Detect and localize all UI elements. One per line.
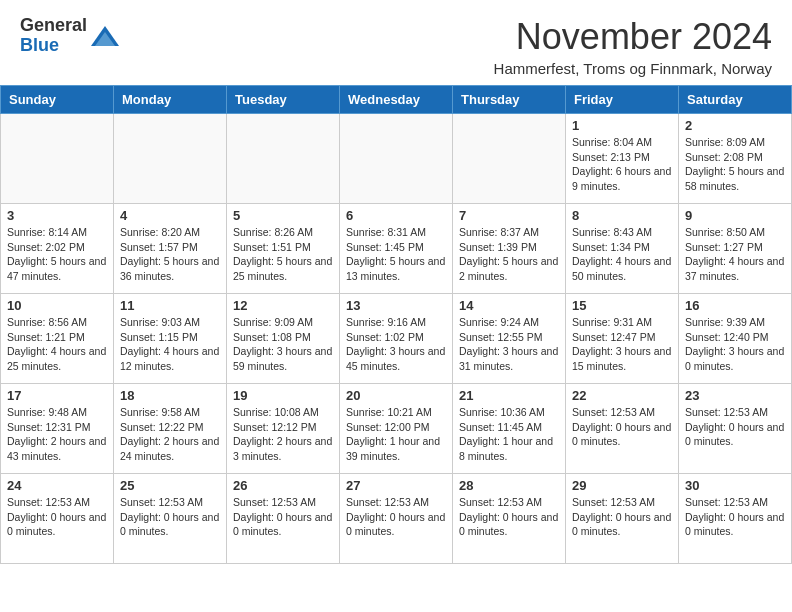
header-row: SundayMondayTuesdayWednesdayThursdayFrid… xyxy=(1,86,792,114)
day-header-sunday: Sunday xyxy=(1,86,114,114)
location: Hammerfest, Troms og Finnmark, Norway xyxy=(494,60,772,77)
day-info: Sunrise: 9:16 AM Sunset: 1:02 PM Dayligh… xyxy=(346,315,446,374)
day-cell xyxy=(114,114,227,204)
day-cell: 22Sunset: 12:53 AM Daylight: 0 hours and… xyxy=(566,384,679,474)
day-info: Sunrise: 9:48 AM Sunset: 12:31 PM Daylig… xyxy=(7,405,107,464)
day-number: 21 xyxy=(459,388,559,403)
month-title: November 2024 xyxy=(494,16,772,58)
day-number: 15 xyxy=(572,298,672,313)
day-cell: 5Sunrise: 8:26 AM Sunset: 1:51 PM Daylig… xyxy=(227,204,340,294)
page-header: General Blue November 2024 Hammerfest, T… xyxy=(0,0,792,85)
day-cell: 24Sunset: 12:53 AM Daylight: 0 hours and… xyxy=(1,474,114,564)
day-cell xyxy=(453,114,566,204)
day-cell: 21Sunrise: 10:36 AM Sunset: 11:45 AM Day… xyxy=(453,384,566,474)
day-number: 12 xyxy=(233,298,333,313)
week-row-2: 3Sunrise: 8:14 AM Sunset: 2:02 PM Daylig… xyxy=(1,204,792,294)
day-cell xyxy=(340,114,453,204)
day-number: 6 xyxy=(346,208,446,223)
day-cell: 7Sunrise: 8:37 AM Sunset: 1:39 PM Daylig… xyxy=(453,204,566,294)
day-info: Sunrise: 9:58 AM Sunset: 12:22 PM Daylig… xyxy=(120,405,220,464)
day-number: 19 xyxy=(233,388,333,403)
day-info: Sunrise: 8:50 AM Sunset: 1:27 PM Dayligh… xyxy=(685,225,785,284)
day-number: 27 xyxy=(346,478,446,493)
day-number: 26 xyxy=(233,478,333,493)
day-header-monday: Monday xyxy=(114,86,227,114)
day-cell: 12Sunrise: 9:09 AM Sunset: 1:08 PM Dayli… xyxy=(227,294,340,384)
day-number: 30 xyxy=(685,478,785,493)
day-cell: 30Sunset: 12:53 AM Daylight: 0 hours and… xyxy=(679,474,792,564)
day-number: 7 xyxy=(459,208,559,223)
day-header-thursday: Thursday xyxy=(453,86,566,114)
day-cell: 20Sunrise: 10:21 AM Sunset: 12:00 PM Day… xyxy=(340,384,453,474)
week-row-4: 17Sunrise: 9:48 AM Sunset: 12:31 PM Dayl… xyxy=(1,384,792,474)
day-cell: 16Sunrise: 9:39 AM Sunset: 12:40 PM Dayl… xyxy=(679,294,792,384)
day-number: 9 xyxy=(685,208,785,223)
day-number: 4 xyxy=(120,208,220,223)
day-cell: 9Sunrise: 8:50 AM Sunset: 1:27 PM Daylig… xyxy=(679,204,792,294)
day-number: 2 xyxy=(685,118,785,133)
day-cell: 15Sunrise: 9:31 AM Sunset: 12:47 PM Dayl… xyxy=(566,294,679,384)
day-info: Sunrise: 9:03 AM Sunset: 1:15 PM Dayligh… xyxy=(120,315,220,374)
day-info: Sunrise: 8:09 AM Sunset: 2:08 PM Dayligh… xyxy=(685,135,785,194)
day-number: 1 xyxy=(572,118,672,133)
day-info: Sunrise: 8:26 AM Sunset: 1:51 PM Dayligh… xyxy=(233,225,333,284)
day-header-tuesday: Tuesday xyxy=(227,86,340,114)
day-info: Sunset: 12:53 AM Daylight: 0 hours and 0… xyxy=(572,405,672,449)
logo-icon xyxy=(91,24,119,48)
day-info: Sunrise: 10:08 AM Sunset: 12:12 PM Dayli… xyxy=(233,405,333,464)
day-info: Sunrise: 8:20 AM Sunset: 1:57 PM Dayligh… xyxy=(120,225,220,284)
day-info: Sunrise: 8:56 AM Sunset: 1:21 PM Dayligh… xyxy=(7,315,107,374)
day-info: Sunrise: 8:04 AM Sunset: 2:13 PM Dayligh… xyxy=(572,135,672,194)
day-cell: 19Sunrise: 10:08 AM Sunset: 12:12 PM Day… xyxy=(227,384,340,474)
day-number: 10 xyxy=(7,298,107,313)
day-number: 22 xyxy=(572,388,672,403)
day-number: 3 xyxy=(7,208,107,223)
day-info: Sunset: 12:53 AM Daylight: 0 hours and 0… xyxy=(685,405,785,449)
day-info: Sunrise: 8:37 AM Sunset: 1:39 PM Dayligh… xyxy=(459,225,559,284)
day-info: Sunset: 12:53 AM Daylight: 0 hours and 0… xyxy=(685,495,785,539)
day-number: 18 xyxy=(120,388,220,403)
day-number: 20 xyxy=(346,388,446,403)
day-cell: 23Sunset: 12:53 AM Daylight: 0 hours and… xyxy=(679,384,792,474)
day-cell: 27Sunset: 12:53 AM Daylight: 0 hours and… xyxy=(340,474,453,564)
calendar: SundayMondayTuesdayWednesdayThursdayFrid… xyxy=(0,85,792,564)
logo: General Blue xyxy=(20,16,119,56)
week-row-1: 1Sunrise: 8:04 AM Sunset: 2:13 PM Daylig… xyxy=(1,114,792,204)
day-cell: 8Sunrise: 8:43 AM Sunset: 1:34 PM Daylig… xyxy=(566,204,679,294)
day-number: 29 xyxy=(572,478,672,493)
day-info: Sunset: 12:53 AM Daylight: 0 hours and 0… xyxy=(7,495,107,539)
day-cell: 29Sunset: 12:53 AM Daylight: 0 hours and… xyxy=(566,474,679,564)
day-info: Sunset: 12:53 AM Daylight: 0 hours and 0… xyxy=(572,495,672,539)
day-info: Sunrise: 9:09 AM Sunset: 1:08 PM Dayligh… xyxy=(233,315,333,374)
day-info: Sunset: 12:53 AM Daylight: 0 hours and 0… xyxy=(120,495,220,539)
logo-blue: Blue xyxy=(20,36,87,56)
day-number: 24 xyxy=(7,478,107,493)
day-cell: 13Sunrise: 9:16 AM Sunset: 1:02 PM Dayli… xyxy=(340,294,453,384)
day-cell: 17Sunrise: 9:48 AM Sunset: 12:31 PM Dayl… xyxy=(1,384,114,474)
day-cell: 1Sunrise: 8:04 AM Sunset: 2:13 PM Daylig… xyxy=(566,114,679,204)
day-number: 11 xyxy=(120,298,220,313)
day-cell: 25Sunset: 12:53 AM Daylight: 0 hours and… xyxy=(114,474,227,564)
day-cell: 26Sunset: 12:53 AM Daylight: 0 hours and… xyxy=(227,474,340,564)
day-number: 28 xyxy=(459,478,559,493)
day-info: Sunrise: 10:36 AM Sunset: 11:45 AM Dayli… xyxy=(459,405,559,464)
week-row-3: 10Sunrise: 8:56 AM Sunset: 1:21 PM Dayli… xyxy=(1,294,792,384)
title-section: November 2024 Hammerfest, Troms og Finnm… xyxy=(494,16,772,77)
day-number: 14 xyxy=(459,298,559,313)
day-info: Sunrise: 8:31 AM Sunset: 1:45 PM Dayligh… xyxy=(346,225,446,284)
day-number: 8 xyxy=(572,208,672,223)
day-number: 13 xyxy=(346,298,446,313)
day-info: Sunrise: 8:14 AM Sunset: 2:02 PM Dayligh… xyxy=(7,225,107,284)
day-cell: 2Sunrise: 8:09 AM Sunset: 2:08 PM Daylig… xyxy=(679,114,792,204)
day-info: Sunrise: 10:21 AM Sunset: 12:00 PM Dayli… xyxy=(346,405,446,464)
day-info: Sunrise: 9:31 AM Sunset: 12:47 PM Daylig… xyxy=(572,315,672,374)
day-cell xyxy=(1,114,114,204)
day-header-friday: Friday xyxy=(566,86,679,114)
day-info: Sunrise: 8:43 AM Sunset: 1:34 PM Dayligh… xyxy=(572,225,672,284)
day-number: 23 xyxy=(685,388,785,403)
day-info: Sunrise: 9:24 AM Sunset: 12:55 PM Daylig… xyxy=(459,315,559,374)
day-info: Sunset: 12:53 AM Daylight: 0 hours and 0… xyxy=(233,495,333,539)
day-number: 17 xyxy=(7,388,107,403)
day-number: 25 xyxy=(120,478,220,493)
day-cell: 18Sunrise: 9:58 AM Sunset: 12:22 PM Dayl… xyxy=(114,384,227,474)
